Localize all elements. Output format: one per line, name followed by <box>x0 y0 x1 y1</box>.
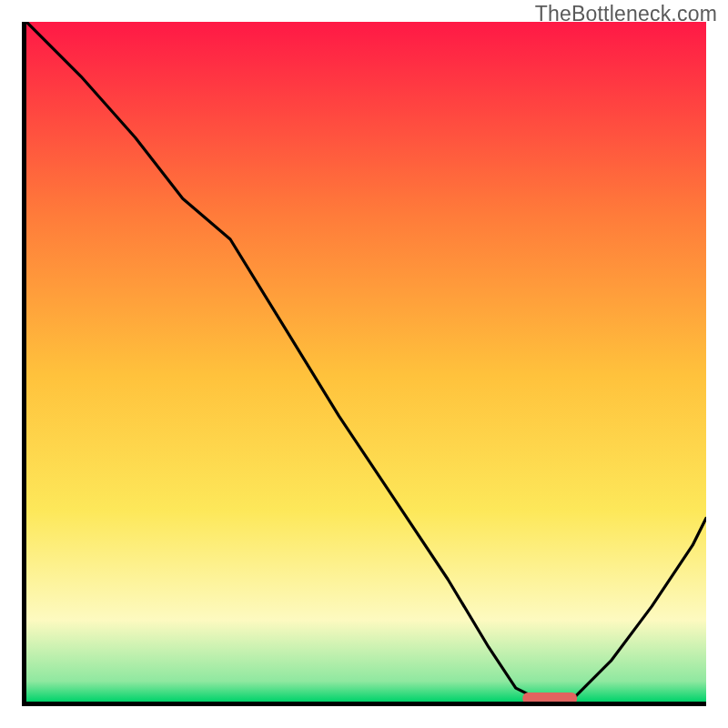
plot-area <box>22 22 706 706</box>
bottleneck-chart: TheBottleneck.com <box>0 0 728 728</box>
gradient-background <box>26 22 706 702</box>
plot-svg <box>26 22 706 702</box>
optimum-marker <box>522 693 577 702</box>
